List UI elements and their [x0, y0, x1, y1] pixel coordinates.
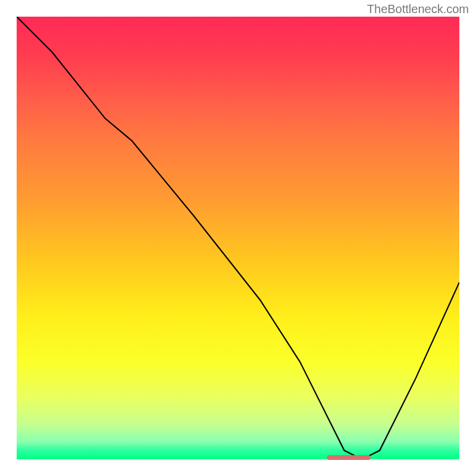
watermark-text: TheBottleneck.com	[367, 2, 469, 16]
bottleneck-curve	[17, 17, 459, 459]
bottom-marker	[327, 455, 371, 460]
plot-area	[17, 17, 459, 459]
curve-svg	[17, 17, 459, 459]
